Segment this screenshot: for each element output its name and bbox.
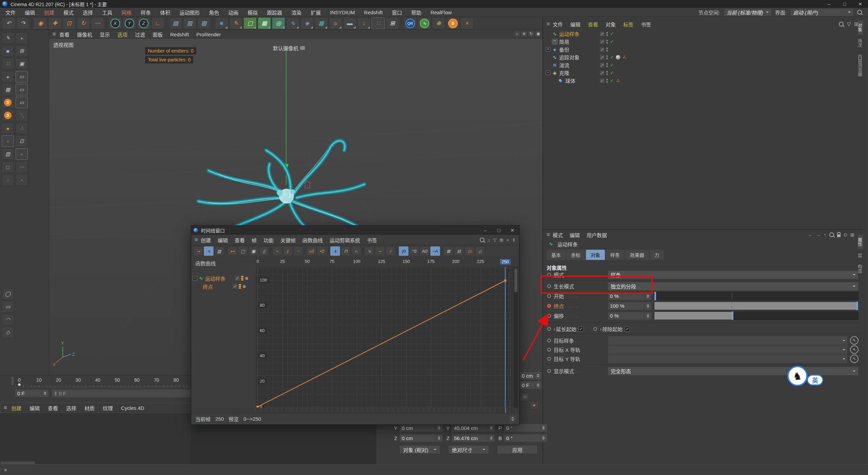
- animation-dot-icon[interactable]: [547, 294, 551, 298]
- graph-mini-ruler[interactable]: [256, 408, 518, 413]
- render-picture-viewer-icon[interactable]: ▥: [183, 17, 196, 29]
- spline-soft-icon[interactable]: ∿: [364, 246, 374, 256]
- menu-item[interactable]: 编辑: [218, 236, 228, 244]
- menu-item[interactable]: 纹理: [103, 404, 113, 412]
- spline-ease-out-icon[interactable]: ≀: [386, 246, 395, 256]
- pen-tool-icon[interactable]: ✎: [229, 17, 242, 29]
- tangent-weight-icon[interactable]: A0: [420, 246, 430, 256]
- enable-check-icon[interactable]: [609, 70, 615, 75]
- delete-keyframe-icon[interactable]: −: [293, 246, 303, 256]
- move-tool-icon[interactable]: ✚: [48, 17, 61, 29]
- offset-slider[interactable]: [654, 311, 859, 320]
- menu-item[interactable]: INSYDIUM: [330, 10, 355, 15]
- ime-language-indicator[interactable]: 英: [807, 375, 823, 385]
- spinner-icon[interactable]: [509, 415, 516, 423]
- lock-value-icon[interactable]: ⊟: [454, 246, 464, 256]
- add-keyframe-icon[interactable]: +: [272, 246, 282, 256]
- spinner-icon[interactable]: [645, 292, 649, 300]
- point-mode-icon[interactable]: ∷: [2, 58, 14, 70]
- lasso-select-icon[interactable]: ◠: [2, 314, 14, 325]
- object-row-cloner[interactable]: 克隆: [543, 69, 863, 77]
- object-tag-icon[interactable]: [622, 55, 627, 60]
- rotate-view-icon[interactable]: ↻: [528, 31, 534, 37]
- side-tab[interactable]: 属性: [858, 235, 863, 249]
- timeline-window[interactable]: 时间线窗口 – □ ✕ ≡ 创建编辑查看帧功能关键帧函数曲线运动剪辑系统书签 ⌂…: [191, 225, 519, 425]
- material-manager-area[interactable]: [0, 413, 191, 464]
- menu-item[interactable]: 文件: [5, 9, 16, 16]
- brush-tool-icon[interactable]: ✎: [2, 32, 14, 44]
- object-picker-icon[interactable]: ↖: [850, 355, 859, 363]
- target-plugin-icon[interactable]: ⊕: [432, 17, 445, 29]
- playhead-marker[interactable]: [18, 383, 21, 386]
- pan-icon[interactable]: +: [507, 238, 509, 243]
- coord-x-field-partial[interactable]: 0 cm: [519, 372, 542, 380]
- xparticles-plugin-icon[interactable]: ×: [460, 17, 474, 29]
- spinner-icon[interactable]: [436, 434, 440, 442]
- menu-item[interactable]: RealFlow: [431, 10, 452, 15]
- render-view-icon[interactable]: ▤: [169, 17, 182, 29]
- step-interpolation-icon[interactable]: ⊓: [341, 246, 351, 256]
- auto-tangent-icon[interactable]: ~A: [430, 246, 440, 256]
- menu-item[interactable]: 模式: [553, 231, 563, 239]
- menu-item[interactable]: 动画: [228, 9, 238, 16]
- exclude-start-checkbox[interactable]: [625, 326, 630, 332]
- selection-dash-1-icon[interactable]: ▭: [16, 71, 28, 82]
- enable-check-icon[interactable]: [609, 78, 615, 83]
- menu-item[interactable]: Redshift: [364, 10, 383, 15]
- animation-dot-icon[interactable]: [593, 327, 597, 331]
- lock-time-icon[interactable]: ⊠: [443, 246, 453, 256]
- h-dots-icon[interactable]: ⋯: [16, 161, 28, 173]
- dot-icon[interactable]: ◦: [16, 174, 28, 186]
- spinner-icon[interactable]: [540, 434, 545, 442]
- object-name[interactable]: 克隆: [559, 69, 599, 76]
- qr-plugin-icon[interactable]: QR: [403, 17, 417, 29]
- poly-select-icon[interactable]: ◇: [2, 327, 14, 338]
- menu-item[interactable]: 函数曲线: [302, 236, 323, 244]
- attribute-tab[interactable]: 基本: [547, 250, 566, 260]
- add-keyframes-icon[interactable]: ‡: [283, 246, 293, 256]
- menu-item[interactable]: 窗口: [392, 9, 402, 16]
- hatch-box-icon[interactable]: ▨: [2, 148, 14, 160]
- enable-check-icon[interactable]: [609, 31, 615, 36]
- selection-frame-icon[interactable]: ▫: [2, 135, 14, 147]
- menu-item[interactable]: 编辑: [25, 9, 35, 16]
- menu-item[interactable]: 渲染: [291, 9, 301, 16]
- menu-item[interactable]: 帧: [252, 236, 257, 244]
- start-slider[interactable]: [654, 292, 859, 300]
- minimize-button[interactable]: –: [821, 1, 837, 7]
- link-view-icon[interactable]: ▯: [259, 246, 269, 256]
- field-object-icon[interactable]: ◎: [272, 17, 285, 29]
- selection-dash-4-icon[interactable]: ▫: [16, 148, 28, 160]
- visibility-dots-icon[interactable]: [606, 48, 608, 52]
- auto-key-icon[interactable]: ⊙: [465, 246, 474, 256]
- object-manager-menu-icon[interactable]: ≡: [543, 21, 552, 27]
- spline-pen-icon[interactable]: ∿: [286, 17, 299, 29]
- menu-item[interactable]: 运动剪辑系统: [330, 236, 360, 244]
- spline-ease-in-icon[interactable]: ∽: [375, 246, 385, 256]
- spinner-icon[interactable]: [488, 424, 493, 432]
- graph-vertical-scrollbar[interactable]: [514, 267, 518, 408]
- spinner-icon[interactable]: [436, 424, 440, 432]
- grid-tool-icon[interactable]: ▦: [2, 84, 14, 95]
- menu-item[interactable]: 运动图形: [179, 9, 200, 16]
- enable-check-icon[interactable]: [609, 39, 615, 44]
- vscroll-icon[interactable]: ⇕: [512, 238, 516, 243]
- size-z-field[interactable]: 56.476 cm: [452, 434, 495, 442]
- edit-toggle-icon[interactable]: [600, 71, 605, 75]
- expander-icon[interactable]: [546, 47, 550, 52]
- track-icon[interactable]: ⊙: [844, 232, 848, 238]
- keyframe-button[interactable]: ●: [530, 401, 538, 409]
- linear-interpolation-icon[interactable]: ∧: [330, 246, 340, 256]
- fcurve-mode-icon[interactable]: ∿: [204, 246, 214, 256]
- zero-key-icon[interactable]: •0: [317, 246, 327, 256]
- menu-item[interactable]: 查看: [588, 21, 598, 28]
- timeline-titlebar[interactable]: 时间线窗口 – □ ✕: [191, 226, 519, 235]
- lock-y-axis-icon[interactable]: Y: [123, 17, 136, 29]
- subdivision-surface-icon[interactable]: ▢: [243, 17, 257, 29]
- light-object-icon[interactable]: ☼: [329, 17, 342, 29]
- menu-item[interactable]: 面板: [153, 31, 163, 38]
- box-tool-icon[interactable]: □: [2, 161, 14, 173]
- position-z-field[interactable]: 0 cm: [399, 434, 443, 442]
- coordinate-system-icon[interactable]: ∟: [151, 17, 164, 29]
- menu-item[interactable]: 扩展: [311, 9, 321, 16]
